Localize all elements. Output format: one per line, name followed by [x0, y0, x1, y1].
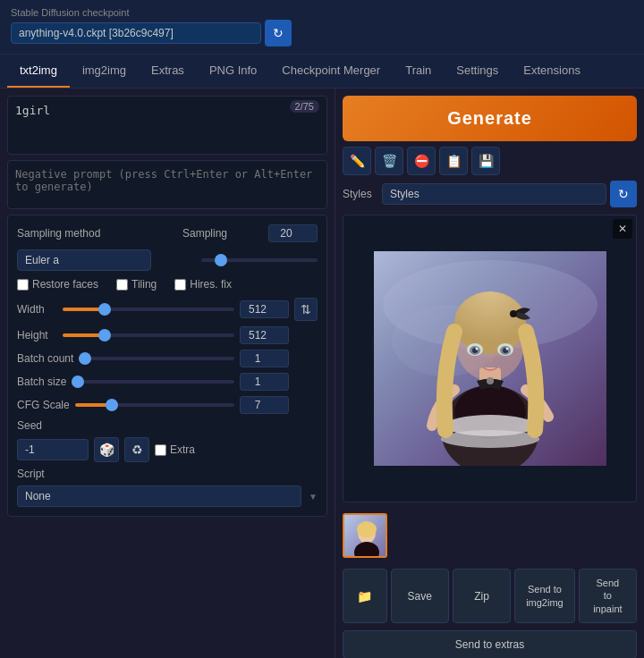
extra-seed-label[interactable]: Extra: [155, 443, 195, 456]
script-select-row: None ▼: [17, 485, 318, 507]
trash-tool-button[interactable]: 🗑️: [375, 147, 403, 175]
batch-size-slider[interactable]: [72, 380, 234, 384]
batch-size-input[interactable]: [240, 373, 289, 391]
script-row: Script: [17, 468, 318, 480]
width-input[interactable]: [240, 300, 289, 318]
extra-seed-checkbox[interactable]: [155, 444, 166, 456]
checkpoint-select[interactable]: anything-v4.0.ckpt [3b26c9c497]: [11, 22, 261, 44]
hires-fix-checkbox[interactable]: Hires. fix: [174, 278, 232, 291]
sampling-steps-label: Sampling: [182, 227, 263, 240]
send-img2img-button[interactable]: Send toimg2img: [514, 569, 575, 623]
action-buttons: 📁 Save Zip Send toimg2img Sendtoinpaint: [343, 569, 637, 623]
checkboxes-row: Restore faces Tiling Hires. fix: [17, 278, 318, 291]
zip-label: Zip: [474, 590, 489, 603]
close-image-button[interactable]: ✕: [613, 219, 632, 239]
sampling-method-row: Sampling method Sampling: [17, 224, 318, 242]
styles-label: Styles: [343, 188, 378, 200]
negative-prompt-container: [7, 160, 327, 209]
copy-tool-button[interactable]: 📋: [439, 147, 468, 175]
negative-prompt-input[interactable]: [8, 161, 326, 206]
sampling-controls-row: Euler a Euler LMS DPM++ 2M DDIM: [17, 249, 318, 271]
width-row: Width ⇅: [17, 298, 318, 321]
sampling-method-select[interactable]: Euler a Euler LMS DPM++ 2M DDIM: [17, 249, 151, 271]
send-inpaint-label: Sendtoinpaint: [593, 577, 622, 615]
seed-row: Seed: [17, 419, 318, 432]
height-label: Height: [17, 329, 57, 342]
batch-count-input[interactable]: [240, 350, 289, 367]
edit-tool-button[interactable]: ✏️: [343, 147, 371, 175]
script-label: Script: [17, 468, 97, 480]
cfg-scale-slider[interactable]: [75, 403, 234, 407]
cfg-scale-input[interactable]: [240, 396, 289, 414]
settings-section: Sampling method Sampling Euler a Euler L…: [7, 215, 327, 517]
dice-button[interactable]: 🎲: [94, 437, 119, 462]
copy-icon: 📋: [446, 154, 462, 168]
send-extras-bar[interactable]: Send to extras: [343, 630, 637, 658]
cancel-tool-button[interactable]: ⛔: [407, 147, 436, 175]
swap-dimensions-button[interactable]: ⇅: [294, 298, 318, 321]
tab-settings[interactable]: Settings: [444, 55, 511, 88]
right-panel: Generate ✏️ 🗑️ ⛔ 📋 💾 Style: [335, 89, 644, 658]
styles-refresh-button[interactable]: ↻: [610, 181, 637, 207]
save-label: Save: [408, 590, 432, 603]
svg-point-23: [357, 521, 377, 537]
nav-tabs: txt2img img2img Extras PNG Info Checkpoi…: [0, 55, 644, 89]
zip-button[interactable]: Zip: [453, 569, 511, 623]
tab-txt2img[interactable]: txt2img: [7, 55, 70, 88]
cfg-scale-row: CFG Scale: [17, 396, 318, 414]
edit-icon: ✏️: [350, 154, 365, 168]
positive-prompt-container: 2/75 1girl: [7, 96, 327, 155]
trash-icon: 🗑️: [382, 154, 397, 168]
save-icon: 💾: [479, 154, 494, 168]
styles-select[interactable]: Styles: [382, 183, 606, 205]
sampling-method-label: Sampling method: [17, 227, 100, 240]
width-label: Width: [17, 303, 57, 316]
save-button[interactable]: Save: [391, 569, 449, 623]
recycle-seed-button[interactable]: ♻: [124, 437, 149, 462]
sampling-steps-input[interactable]: [268, 224, 318, 242]
top-bar: Stable Diffusion checkpoint anything-v4.…: [0, 0, 644, 55]
open-folder-button[interactable]: 📁: [343, 569, 387, 623]
tab-checkpoint-merger[interactable]: Checkpoint Merger: [269, 55, 393, 88]
batch-count-row: Batch count: [17, 350, 318, 367]
cfg-scale-label: CFG Scale: [17, 399, 70, 411]
restore-faces-checkbox[interactable]: Restore faces: [17, 278, 98, 291]
cancel-icon: ⛔: [414, 154, 429, 168]
seed-controls-row: 🎲 ♻ Extra: [17, 437, 318, 462]
script-select[interactable]: None: [17, 485, 301, 507]
tab-train[interactable]: Train: [393, 55, 444, 88]
checkpoint-label: Stable Diffusion checkpoint: [11, 7, 633, 18]
send-img2img-label: Send toimg2img: [526, 583, 564, 609]
image-display-area: ✕: [343, 215, 637, 502]
tools-row: ✏️ 🗑️ ⛔ 📋 💾: [343, 147, 637, 175]
thumbnail-strip: [343, 510, 637, 561]
generated-image: [374, 251, 606, 466]
height-row: Height: [17, 326, 318, 344]
checkpoint-refresh-button[interactable]: ↻: [265, 20, 292, 46]
thumbnail-item[interactable]: [343, 513, 387, 558]
tab-img2img[interactable]: img2img: [70, 55, 139, 88]
left-panel: 2/75 1girl Sampling method Sampling Eule…: [0, 89, 335, 658]
positive-prompt-input[interactable]: 1girl: [8, 97, 326, 151]
generate-button[interactable]: Generate: [343, 96, 637, 141]
height-slider[interactable]: [63, 333, 234, 337]
folder-icon: 📁: [357, 589, 372, 603]
save-tool-button[interactable]: 💾: [471, 147, 500, 175]
sampling-steps-slider[interactable]: [201, 258, 318, 262]
generate-area: Generate ✏️ 🗑️ ⛔ 📋 💾 Style: [343, 96, 637, 207]
batch-size-row: Batch size: [17, 373, 318, 391]
send-inpaint-button[interactable]: Sendtoinpaint: [579, 569, 637, 623]
send-extras-label: Send to extras: [455, 638, 524, 651]
seed-input[interactable]: [17, 439, 89, 460]
token-count: 2/75: [290, 100, 319, 113]
main-layout: 2/75 1girl Sampling method Sampling Eule…: [0, 89, 644, 658]
styles-row: Styles Styles ↻: [343, 181, 637, 207]
tab-extensions[interactable]: Extensions: [511, 55, 593, 88]
tab-extras[interactable]: Extras: [139, 55, 197, 88]
tiling-checkbox[interactable]: Tiling: [116, 278, 157, 291]
width-slider[interactable]: [63, 308, 234, 311]
tab-png-info[interactable]: PNG Info: [197, 55, 269, 88]
batch-count-slider[interactable]: [79, 357, 234, 360]
batch-size-label: Batch size: [17, 375, 66, 388]
height-input[interactable]: [240, 326, 289, 344]
